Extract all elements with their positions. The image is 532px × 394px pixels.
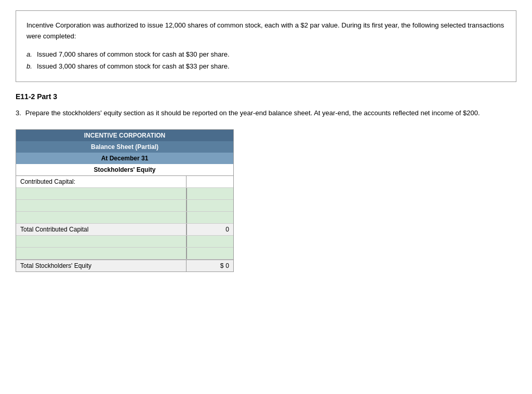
transaction-b: b. Issued 3,000 shares of common stock f…	[26, 60, 506, 72]
transaction-a-letter: a.	[26, 48, 34, 60]
transaction-b-text: Issued 3,000 shares of common stock for …	[37, 60, 230, 72]
date-header: At December 31	[16, 153, 233, 164]
question: 3. Prepare the stockholders' equity sect…	[16, 108, 516, 119]
balance-sheet-table: INCENTIVE CORPORATION Balance Sheet (Par…	[16, 129, 234, 272]
editable-label-1[interactable]	[16, 188, 187, 199]
contributed-capital-label: Contributed Capital:	[16, 176, 187, 187]
total-stockholders-value: $ 0	[187, 260, 233, 271]
editable-value-2[interactable]	[187, 200, 233, 211]
editable-row-2[interactable]	[16, 200, 233, 212]
intro-description: Incentive Corporation was authorized to …	[26, 20, 506, 42]
editable-value-3[interactable]	[187, 212, 233, 223]
subheader: Stockholders' Equity	[16, 164, 233, 176]
total-stockholders-label: Total Stockholders' Equity	[16, 260, 187, 271]
section-title: E11-2 Part 3	[16, 92, 516, 101]
total-contributed-label: Total Contributed Capital	[16, 224, 187, 235]
post-total-row-1[interactable]	[16, 236, 233, 248]
editable-value-1[interactable]	[187, 188, 233, 199]
post-total-label-2[interactable]	[16, 248, 187, 259]
post-total-row-2[interactable]	[16, 248, 233, 260]
post-total-value-1[interactable]	[187, 236, 233, 247]
editable-row-3[interactable]	[16, 212, 233, 224]
post-total-value-2[interactable]	[187, 248, 233, 259]
transactions-list: a. Issued 7,000 shares of common stock f…	[26, 48, 506, 73]
report-name-header: Balance Sheet (Partial)	[16, 141, 233, 153]
editable-label-2[interactable]	[16, 200, 187, 211]
total-stockholders-symbol: $	[220, 262, 224, 269]
transaction-b-letter: b.	[26, 60, 34, 72]
total-stockholders-row: Total Stockholders' Equity $ 0	[16, 260, 233, 271]
contributed-capital-value	[187, 176, 233, 187]
question-number: 3.	[16, 108, 21, 119]
total-stockholders-amount: 0	[225, 262, 229, 269]
total-contributed-row: Total Contributed Capital 0	[16, 224, 233, 236]
transaction-a-text: Issued 7,000 shares of common stock for …	[37, 48, 230, 60]
question-text: Prepare the stockholders' equity section…	[25, 108, 480, 119]
editable-label-3[interactable]	[16, 212, 187, 223]
transaction-a: a. Issued 7,000 shares of common stock f…	[26, 48, 506, 60]
editable-row-1[interactable]	[16, 188, 233, 200]
post-total-label-1[interactable]	[16, 236, 187, 247]
total-contributed-value: 0	[187, 224, 233, 235]
contributed-capital-row: Contributed Capital:	[16, 176, 233, 188]
company-name-header: INCENTIVE CORPORATION	[16, 130, 233, 141]
intro-box: Incentive Corporation was authorized to …	[16, 10, 516, 82]
